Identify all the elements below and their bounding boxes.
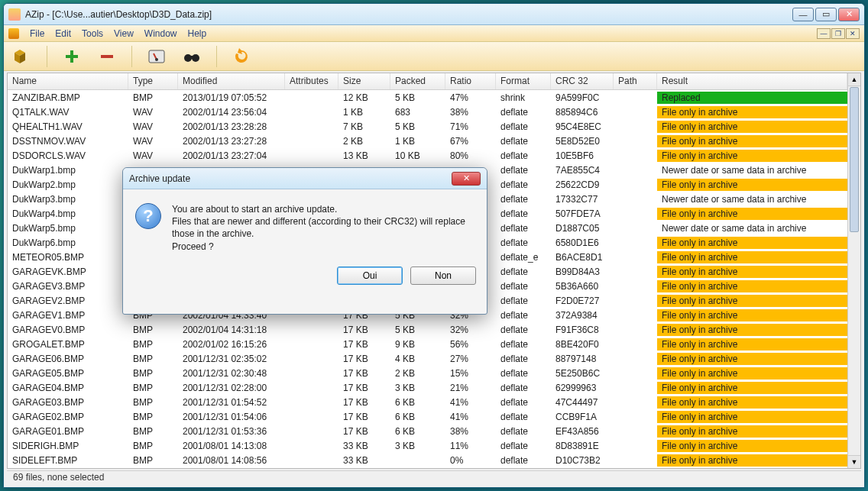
- open-archive-button[interactable]: [11, 46, 33, 67]
- cell: 4 KB: [390, 353, 445, 365]
- header-result[interactable]: Result: [657, 73, 847, 89]
- menu-file[interactable]: File: [30, 28, 44, 39]
- close-button[interactable]: ✕: [838, 8, 860, 21]
- cell: 47%: [445, 92, 496, 104]
- table-row[interactable]: GARAGE02.BMPBMP2001/12/31 01:54:0617 KB6…: [8, 409, 847, 424]
- cell: 5B36A660: [551, 280, 614, 292]
- header-ratio[interactable]: Ratio: [445, 73, 496, 89]
- menu-edit[interactable]: Edit: [55, 28, 71, 39]
- table-row[interactable]: ZANZIBAR.BMPBMP2013/01/19 07:05:5212 KB5…: [8, 90, 847, 105]
- result-cell: File only in archive: [657, 208, 847, 220]
- vertical-scrollbar[interactable]: ▲ ▼: [847, 73, 860, 468]
- table-row[interactable]: GROGALET.BMPBMP2002/01/02 16:15:2617 KB9…: [8, 337, 847, 351]
- result-cell: File only in archive: [657, 454, 847, 467]
- window-title: AZip - [C:\Use...autier\Desktop\D3D_Data…: [25, 9, 792, 20]
- column-headers: Name Type Modified Attributes Size Packe…: [8, 73, 847, 90]
- table-row[interactable]: GARAGE03.BMPBMP2001/12/31 01:54:5217 KB6…: [8, 395, 847, 409]
- menu-app-icon: [8, 28, 19, 39]
- dialog-yes-button[interactable]: Oui: [337, 266, 403, 285]
- mdi-minimize-button[interactable]: —: [817, 28, 831, 39]
- cell: [614, 184, 657, 186]
- cell: 6 KB: [390, 396, 445, 409]
- cell: 17 KB: [338, 324, 390, 336]
- cell: DukWarp6.bmp: [8, 237, 128, 249]
- test-button[interactable]: [146, 46, 167, 67]
- header-type[interactable]: Type: [128, 73, 178, 89]
- table-row[interactable]: Q1TALK.WAVWAV2002/01/14 23:56:041 KB6833…: [8, 105, 847, 119]
- update-button[interactable]: [231, 46, 252, 67]
- table-row[interactable]: GARAGE06.BMPBMP2001/12/31 02:35:0217 KB4…: [8, 351, 847, 366]
- cell: 2 KB: [390, 367, 445, 380]
- header-path[interactable]: Path: [614, 73, 657, 89]
- cell: deflate: [496, 135, 551, 147]
- table-row[interactable]: QHEALTH1.WAVWAV2002/01/13 23:28:287 KB5 …: [8, 119, 847, 134]
- header-modified[interactable]: Modified: [178, 73, 285, 89]
- scroll-up-icon[interactable]: ▲: [848, 73, 860, 86]
- table-row[interactable]: SIDERIGH.BMPBMP2001/08/01 14:13:0833 KB3…: [8, 438, 847, 453]
- table-row[interactable]: SIDELEFT.BMPBMP2001/08/01 14:08:5633 KB0…: [8, 453, 847, 467]
- mdi-restore-button[interactable]: ❐: [831, 28, 845, 39]
- cell: BMP: [128, 411, 178, 423]
- binoculars-icon: [183, 47, 201, 66]
- menu-tools[interactable]: Tools: [82, 28, 103, 39]
- dialog-no-button[interactable]: Non: [410, 266, 476, 285]
- remove-button[interactable]: [96, 46, 118, 67]
- plus-icon: [63, 48, 80, 65]
- table-row[interactable]: DSSTNMOV.WAVWAV2002/01/13 23:27:282 KB1 …: [8, 134, 847, 148]
- cell: [614, 228, 657, 229]
- header-name[interactable]: Name: [8, 73, 128, 89]
- table-row[interactable]: GARAGEV0.BMPBMP2002/01/04 14:31:1817 KB5…: [8, 322, 847, 337]
- cell: EF43A856: [551, 425, 614, 438]
- cell: 9 KB: [390, 338, 445, 350]
- table-row[interactable]: DSDORCLS.WAVWAV2002/01/13 23:27:0413 KB1…: [8, 148, 847, 163]
- cell: 0%: [445, 454, 496, 467]
- header-attributes[interactable]: Attributes: [285, 73, 338, 89]
- scroll-down-icon[interactable]: ▼: [848, 455, 860, 468]
- header-size[interactable]: Size: [338, 73, 390, 89]
- find-button[interactable]: [181, 46, 202, 67]
- cell: 2001/08/01 14:08:56: [178, 454, 285, 467]
- dialog-message: You are about to start an archive update…: [172, 203, 474, 253]
- cell: 17332C77: [551, 193, 614, 205]
- cell: deflate: [496, 164, 551, 176]
- menu-view[interactable]: View: [114, 28, 134, 39]
- mdi-close-button[interactable]: ✕: [846, 28, 860, 39]
- cell: deflate: [496, 367, 551, 380]
- header-crc[interactable]: CRC 32: [551, 73, 614, 89]
- cell: 2001/12/31 01:53:36: [178, 425, 285, 438]
- maximize-button[interactable]: ▭: [815, 8, 837, 21]
- result-cell: File only in archive: [657, 353, 847, 365]
- cell: 2002/01/02 16:15:26: [178, 338, 285, 350]
- header-format[interactable]: Format: [496, 73, 551, 89]
- cell: DSSTNMOV.WAV: [8, 135, 128, 147]
- header-packed[interactable]: Packed: [390, 73, 445, 89]
- cell: [285, 445, 338, 447]
- cell: [614, 460, 657, 461]
- cell: 71%: [445, 121, 496, 133]
- dialog-title: Archive update: [129, 173, 452, 184]
- dialog-line2: Files that are newer and different (acco…: [172, 215, 474, 240]
- table-row[interactable]: GARAGE01.BMPBMP2001/12/31 01:53:3617 KB6…: [8, 424, 847, 438]
- menu-window[interactable]: Window: [144, 28, 177, 39]
- menubar: File Edit Tools View Window Help — ❐ ✕: [4, 25, 864, 42]
- cell: BMP: [128, 338, 178, 350]
- dialog-close-button[interactable]: ✕: [452, 172, 481, 186]
- cell: SIDELEFT.BMP: [8, 454, 128, 467]
- add-button[interactable]: [61, 46, 83, 67]
- cell: deflate: [496, 266, 551, 278]
- cell: shrink: [496, 92, 551, 104]
- svg-rect-5: [189, 56, 194, 59]
- cell: [614, 402, 657, 403]
- result-cell: File only in archive: [657, 338, 847, 350]
- folder-open-icon: [12, 47, 32, 66]
- minimize-button[interactable]: —: [792, 8, 814, 21]
- cell: 80%: [445, 150, 496, 162]
- result-cell: File only in archive: [657, 440, 847, 452]
- table-row[interactable]: GARAGE04.BMPBMP2001/12/31 02:28:0017 KB3…: [8, 380, 847, 395]
- cell: deflate: [496, 353, 551, 365]
- titlebar: AZip - [C:\Use...autier\Desktop\D3D_Data…: [4, 4, 864, 25]
- menu-help[interactable]: Help: [188, 28, 207, 39]
- cell: 17 KB: [338, 367, 390, 380]
- scroll-thumb[interactable]: [850, 87, 859, 232]
- table-row[interactable]: GARAGE05.BMPBMP2001/12/31 02:30:4817 KB2…: [8, 366, 847, 380]
